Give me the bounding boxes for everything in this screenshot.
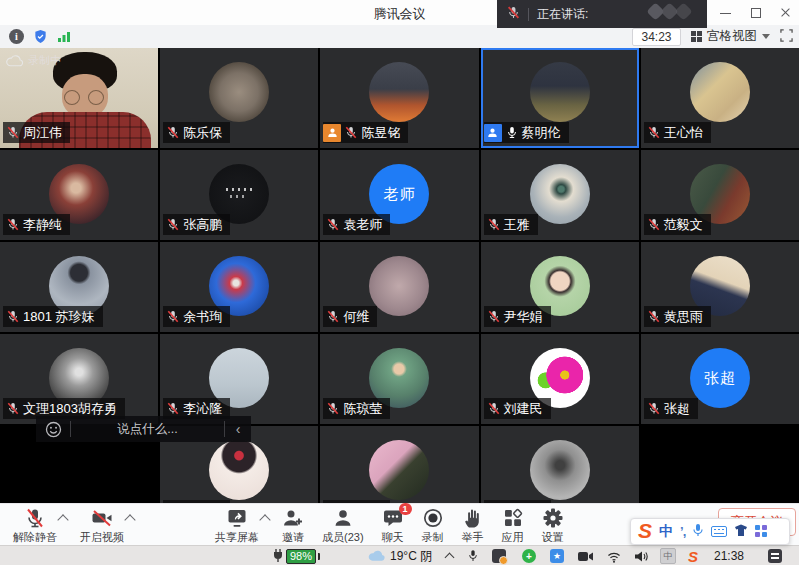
avatar xyxy=(530,62,590,122)
toolbar-invite-button[interactable]: 邀请 xyxy=(273,507,313,545)
toolbar-gear-button[interactable]: 设置 xyxy=(533,507,573,545)
participant-tile[interactable]: 录制中周江伟 xyxy=(0,48,158,148)
tray-wifi-icon[interactable] xyxy=(606,546,622,565)
participant-tile[interactable]: 何维 xyxy=(320,242,478,332)
security-shield-icon[interactable] xyxy=(33,29,48,44)
ime-language-toggle[interactable]: 中 xyxy=(659,523,673,541)
toolbar-mic-button[interactable]: 解除静音 xyxy=(4,507,66,545)
tray-mic-icon[interactable] xyxy=(468,546,478,565)
toolbar-apps-button[interactable]: 应用 xyxy=(493,507,533,545)
participant-name-label: 1801 苏珍妹 xyxy=(3,306,103,327)
tray-star-app-icon[interactable]: ★ xyxy=(550,546,564,565)
avatar xyxy=(209,440,269,500)
participant-name: 张超 xyxy=(664,399,690,418)
ime-keyboard-icon[interactable] xyxy=(711,523,727,541)
avatar xyxy=(369,256,429,316)
toolbar-item-label: 应用 xyxy=(502,530,524,545)
participant-tile[interactable]: 1801 苏珍妹 xyxy=(0,242,158,332)
avatar: 张超 xyxy=(690,348,750,408)
participant-tile[interactable]: 张高鹏 xyxy=(160,150,318,240)
participant-name-label: 刘建民 xyxy=(484,398,551,419)
emoji-icon[interactable] xyxy=(36,421,70,438)
participant-tile[interactable]: 王心怡 xyxy=(641,48,799,148)
participant-tile[interactable]: 范毅文 xyxy=(641,150,799,240)
participant-tile[interactable]: 老师袁老师 xyxy=(320,150,478,240)
tray-screencast-icon[interactable] xyxy=(492,546,506,565)
participant-tile[interactable]: 陈昱铭 xyxy=(320,48,478,148)
meeting-statusbar: i 34:23 宫格视图 xyxy=(0,25,799,48)
battery-indicator[interactable]: 98% xyxy=(272,546,320,565)
mic-muted-icon xyxy=(7,126,19,139)
tray-speaker-icon[interactable] xyxy=(634,546,648,565)
participant-tile[interactable]: 李沁隆 xyxy=(160,334,318,424)
participant-tile[interactable]: 陈乐保 xyxy=(160,48,318,148)
participant-name-label: 周江伟 xyxy=(3,122,70,143)
clock[interactable]: 21:38 xyxy=(714,546,744,565)
avatar xyxy=(369,62,429,122)
close-icon[interactable] xyxy=(780,7,791,18)
toolbar-item-label: 成员(23) xyxy=(322,530,364,545)
participant-name-label: 张超 xyxy=(644,398,698,419)
toolbar-record-button[interactable]: 录制 xyxy=(413,507,453,545)
mic-muted-icon xyxy=(648,126,660,139)
toolbar-chat-button[interactable]: 1聊天 xyxy=(373,507,413,545)
participant-tile[interactable]: 余书珣 xyxy=(160,242,318,332)
participant-name: 1801 苏珍妹 xyxy=(23,307,95,326)
chat-quick-input[interactable]: 说点什么... ‹ xyxy=(36,416,251,442)
mic-muted-icon xyxy=(327,218,339,231)
record-icon xyxy=(422,507,444,529)
mic-muted-icon xyxy=(488,310,500,323)
grid-view-icon xyxy=(691,31,703,43)
ime-skin-icon[interactable] xyxy=(734,523,748,541)
grid-view-button[interactable]: 宫格视图 xyxy=(691,28,771,45)
maximize-icon[interactable] xyxy=(750,7,761,18)
participant-tile[interactable]: 倪仕菲 xyxy=(481,426,639,503)
participant-name: 周江伟 xyxy=(23,123,62,142)
mic-muted-icon xyxy=(7,218,19,231)
divider xyxy=(528,8,529,21)
grid-view-label: 宫格视图 xyxy=(707,28,757,45)
tray-expand-chevron-icon[interactable] xyxy=(446,546,453,565)
collapse-chevron-icon[interactable]: ‹ xyxy=(225,421,251,437)
ime-mic-icon[interactable] xyxy=(692,523,704,541)
chat-input-placeholder[interactable]: 说点什么... xyxy=(71,421,224,438)
participant-name-label: 陈琼莹 xyxy=(323,398,390,419)
participant-tile[interactable]: 黄思雨 xyxy=(641,242,799,332)
participant-tile[interactable]: 王雅 xyxy=(481,150,639,240)
mic-muted-icon xyxy=(167,310,179,323)
meeting-info-icon[interactable]: i xyxy=(9,29,24,44)
sogou-logo-icon[interactable]: S xyxy=(638,520,652,541)
meeting-logo-icon xyxy=(645,1,697,27)
tray-ime-icon[interactable]: 中 xyxy=(660,546,676,565)
toolbar-camera-button[interactable]: 开启视频 xyxy=(71,507,133,545)
sogou-ime-bar[interactable]: S 中 ’, xyxy=(630,518,790,545)
participant-tile[interactable]: 陈琼莹 xyxy=(320,334,478,424)
participant-tile[interactable]: 尹华娟 xyxy=(481,242,639,332)
ime-toolbox-icon[interactable] xyxy=(755,523,767,541)
mic-muted-icon xyxy=(7,402,19,415)
notification-center-icon[interactable] xyxy=(768,546,782,565)
toolbar-members-button[interactable]: 成员(23) xyxy=(313,507,373,545)
network-signal-icon[interactable] xyxy=(57,30,71,43)
ime-punctuation-toggle[interactable]: ’, xyxy=(680,524,685,539)
participant-name-label: 李静纯 xyxy=(3,214,70,235)
participant-tile[interactable]: 覃城惠 xyxy=(320,426,478,503)
participant-tile[interactable]: 张超张超 xyxy=(641,334,799,424)
weather-widget[interactable]: 19°C 阴 xyxy=(368,546,432,565)
tray-camera-icon[interactable] xyxy=(578,546,593,565)
toolbar-screen-share-button[interactable]: 共享屏幕 xyxy=(206,507,268,545)
participant-tile[interactable]: 文理1803胡存勇 xyxy=(0,334,158,424)
tray-green-app-icon[interactable]: + xyxy=(522,546,536,565)
participant-tile[interactable]: 刘建民 xyxy=(481,334,639,424)
participant-tile[interactable]: 李静纯 xyxy=(0,150,158,240)
participant-tile[interactable]: 蔡明伦 xyxy=(481,48,639,148)
toolbar-hand-button[interactable]: 举手 xyxy=(453,507,493,545)
minimize-icon[interactable] xyxy=(720,7,731,18)
tray-sogou-icon[interactable]: S xyxy=(688,546,698,565)
mic-muted-icon xyxy=(488,402,500,415)
battery-percent: 98% xyxy=(286,549,316,564)
fullscreen-icon[interactable] xyxy=(780,28,793,46)
participant-name: 陈琼莹 xyxy=(343,399,382,418)
toolbar-item-label: 开启视频 xyxy=(80,530,124,545)
participant-name: 黄思雨 xyxy=(664,307,703,326)
